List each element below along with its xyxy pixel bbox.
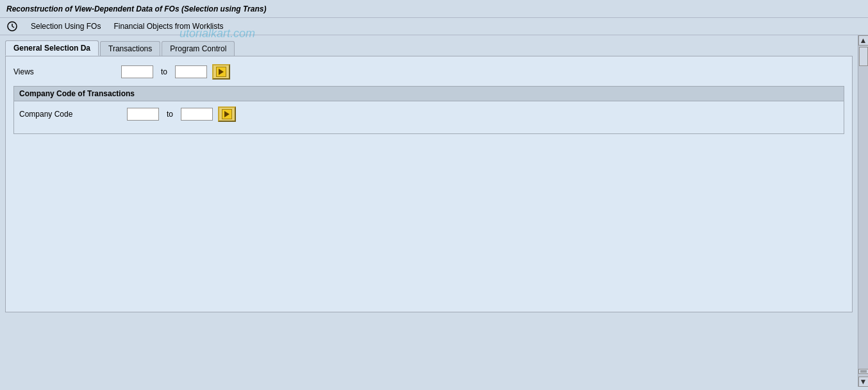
clock-icon[interactable] [6,21,18,32]
title-bar: Reconstruction of View-Dependent Data of… [0,0,868,18]
company-code-label: Company Code [19,110,122,119]
main-area: General Selection Da Transactions Progra… [0,35,868,387]
views-label: Views [13,67,116,76]
company-code-section-header: Company Code of Transactions [14,87,844,101]
content-area: General Selection Da Transactions Progra… [0,35,858,387]
scrollbar-track[interactable] [858,46,868,366]
menu-financial-objects[interactable]: Financial Objects from Worklists [113,22,223,31]
views-to-input[interactable] [175,65,207,78]
tab-program-control[interactable]: Program Control [162,41,235,56]
views-from-input[interactable] [121,65,153,78]
tab-transactions[interactable]: Transactions [100,41,160,56]
views-to-label: to [161,67,167,76]
company-code-section-body: Company Code to [14,101,844,133]
views-row: Views to [13,64,844,80]
company-code-to-input[interactable] [181,108,213,121]
scrollbar-thumb[interactable] [859,47,868,66]
menu-bar: Selection Using FOs Financial Objects fr… [0,18,868,35]
company-code-arrow-right-icon [224,111,230,117]
tab-general-selection-da[interactable]: General Selection Da [5,40,99,56]
tabs-container: General Selection Da Transactions Progra… [5,40,853,56]
company-code-from-input[interactable] [127,108,159,121]
page-title: Reconstruction of View-Dependent Data of… [6,4,266,13]
views-select-button[interactable] [212,64,230,80]
scroll-up-button[interactable]: ▲ [858,35,869,46]
company-code-row: Company Code to [19,106,839,122]
company-code-section: Company Code of Transactions Company Cod… [13,86,844,134]
company-code-select-button[interactable] [218,106,236,122]
company-code-arrow-icon [222,109,232,119]
scroll-down-button[interactable]: ▼ [858,377,869,387]
svg-line-2 [12,26,14,28]
menu-selection-using-fos[interactable]: Selection Using FOs [31,22,101,31]
views-arrow-icon [216,67,226,77]
company-code-to-label: to [167,110,173,119]
scrollbar-right: ▲ ▼ [858,35,868,387]
tab-content-general-selection: Views to Company Code of Transactions C [5,56,853,312]
arrow-right-icon [219,69,224,75]
scrollbar-grip[interactable] [858,369,869,374]
